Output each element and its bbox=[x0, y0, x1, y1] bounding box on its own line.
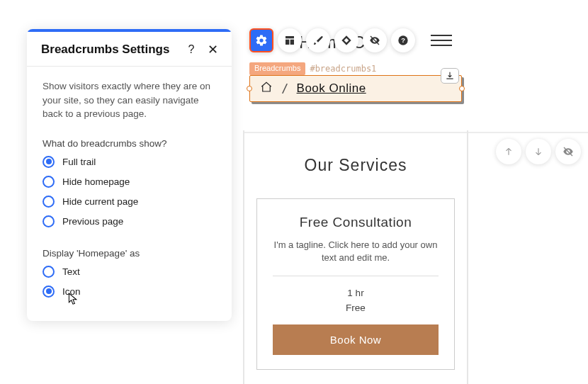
resize-handle-left[interactable] bbox=[247, 86, 252, 91]
radio-display-icon[interactable]: Icon bbox=[43, 286, 216, 298]
breadcrumb-link[interactable]: Book Online bbox=[297, 81, 366, 96]
service-card[interactable]: Free Consultation I'm a tagline. Click h… bbox=[256, 198, 455, 370]
service-title: Free Consultation bbox=[273, 215, 439, 230]
panel-header: Breadcrumbs Settings ? ✕ bbox=[27, 32, 232, 67]
toolbar-settings-button[interactable] bbox=[249, 28, 273, 52]
radio-icon bbox=[43, 176, 55, 188]
burger-line bbox=[431, 35, 452, 36]
close-button[interactable]: ✕ bbox=[206, 42, 219, 57]
element-type-tag: Breadcrumbs bbox=[249, 62, 305, 75]
radio-icon bbox=[43, 266, 55, 278]
panel-title: Breadcrumbs Settings bbox=[41, 43, 185, 57]
right-controls bbox=[496, 139, 581, 164]
radio-full-trail[interactable]: Full trail bbox=[43, 156, 216, 168]
radio-icon bbox=[43, 196, 55, 208]
radio-icon bbox=[43, 286, 55, 298]
burger-line bbox=[431, 45, 452, 46]
arrow-down-icon bbox=[533, 147, 543, 157]
download-icon bbox=[445, 71, 455, 81]
display-section-label: Display 'Homepage' as bbox=[43, 248, 216, 259]
radio-hide-homepage[interactable]: Hide homepage bbox=[43, 176, 216, 188]
diamond-icon bbox=[341, 35, 352, 46]
question-icon: ? bbox=[397, 35, 409, 46]
breadcrumbs-settings-panel: Breadcrumbs Settings ? ✕ Show visitors e… bbox=[27, 29, 232, 321]
radio-previous-page[interactable]: Previous page bbox=[43, 215, 216, 227]
toolbar-design-button[interactable] bbox=[306, 28, 330, 52]
section-heading: Our Services bbox=[249, 156, 462, 175]
radio-label: Icon bbox=[62, 286, 81, 297]
burger-line bbox=[431, 40, 452, 41]
download-badge[interactable] bbox=[441, 68, 459, 84]
toolbar-hide-button[interactable] bbox=[363, 28, 387, 52]
service-duration: 1 hr bbox=[273, 288, 439, 298]
guide-right bbox=[467, 130, 468, 384]
radio-label: Full trail bbox=[62, 157, 96, 167]
brush-icon bbox=[312, 35, 324, 46]
arrow-up-icon bbox=[504, 147, 514, 157]
book-now-button[interactable]: Book Now bbox=[273, 324, 439, 355]
radio-label: Hide current page bbox=[62, 196, 138, 207]
help-button[interactable]: ? bbox=[185, 43, 198, 56]
element-tags: Breadcrumbs #breadcrumbs1 bbox=[249, 62, 379, 75]
svg-text:?: ? bbox=[401, 37, 405, 44]
home-icon bbox=[260, 81, 273, 97]
breadcrumb-separator: / bbox=[281, 80, 288, 97]
guide-left bbox=[243, 130, 244, 384]
menu-button[interactable] bbox=[431, 30, 452, 51]
toolbar-layout-button[interactable] bbox=[278, 28, 302, 52]
toolbar-animation-button[interactable] bbox=[334, 28, 358, 52]
service-tagline: I'm a tagline. Click here to add your ow… bbox=[273, 239, 439, 264]
layout-icon bbox=[284, 35, 295, 46]
radio-icon bbox=[43, 156, 55, 168]
show-section-label: What do breadcrumbs show? bbox=[43, 138, 216, 149]
canvas-preview: Home Cl ? Breadcrumbs #breadcrumbs1 bbox=[249, 7, 462, 384]
card-divider bbox=[273, 276, 439, 276]
radio-hide-current[interactable]: Hide current page bbox=[43, 196, 216, 208]
radio-label: Previous page bbox=[62, 216, 123, 227]
move-up-button[interactable] bbox=[496, 139, 521, 164]
gear-icon bbox=[255, 34, 268, 47]
eye-slash-icon bbox=[562, 146, 574, 157]
radio-display-text[interactable]: Text bbox=[43, 266, 216, 278]
service-price: Free bbox=[273, 303, 439, 313]
element-toolbar: ? bbox=[249, 28, 452, 52]
visibility-button[interactable] bbox=[555, 139, 581, 164]
radio-label: Hide homepage bbox=[62, 176, 130, 187]
eye-slash-icon bbox=[369, 35, 380, 46]
panel-description: Show visitors exactly where they are on … bbox=[43, 79, 216, 121]
move-down-button[interactable] bbox=[526, 139, 551, 164]
breadcrumb-element[interactable]: / Book Online bbox=[249, 75, 462, 102]
radio-icon bbox=[43, 215, 55, 227]
toolbar-help-button[interactable]: ? bbox=[391, 28, 415, 52]
resize-handle-right[interactable] bbox=[459, 86, 465, 91]
element-id-tag: #breadcrumbs1 bbox=[307, 62, 379, 75]
radio-label: Text bbox=[62, 266, 80, 277]
